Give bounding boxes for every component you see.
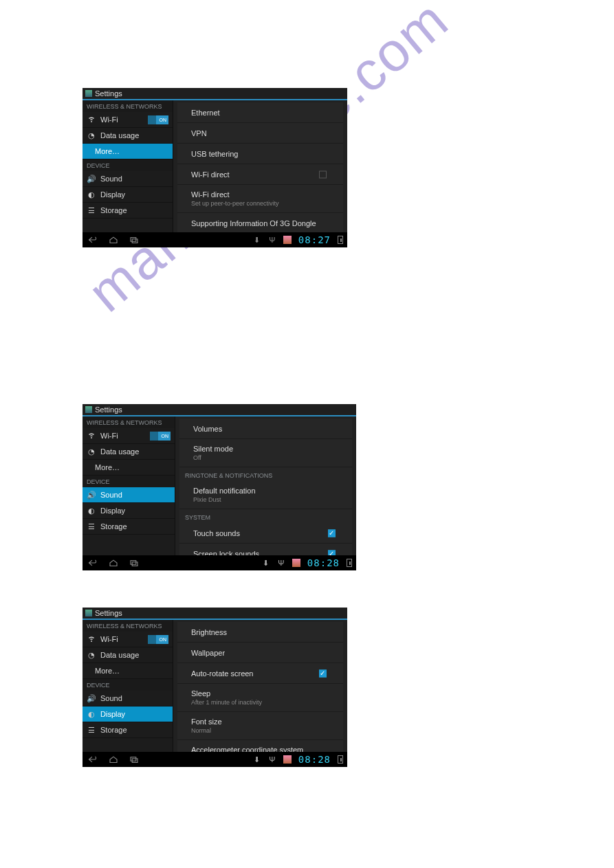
row-touch-sounds[interactable]: Touch sounds [179, 523, 352, 544]
notif-app-icon [283, 236, 292, 244]
home-button[interactable] [107, 235, 120, 245]
navbar: ⬇ Ψ 08:28 [83, 752, 347, 767]
row-wifi-direct[interactable]: Wi-Fi direct [177, 164, 343, 185]
sidebar-item-storage[interactable]: ☰ Storage [83, 203, 173, 219]
row-default-notification[interactable]: Default notification Pixie Dust [179, 481, 352, 509]
sidebar-item-display[interactable]: ◐ Display [83, 503, 175, 519]
status-tray[interactable]: ⬇ Ψ 08:27 [253, 234, 343, 245]
home-button[interactable] [107, 558, 120, 568]
sidebar-item-sound[interactable]: 🔊 Sound [83, 691, 173, 706]
sidebar-item-wifi[interactable]: Wi-Fi ON [83, 632, 173, 647]
row-font-size[interactable]: Font size Normal [177, 712, 343, 740]
sidebar-label: Wi-Fi [100, 635, 118, 643]
download-icon: ⬇ [262, 559, 270, 567]
wifi-toggle[interactable]: ON [148, 115, 168, 124]
row-auto-rotate[interactable]: Auto-rotate screen [177, 663, 343, 684]
sidebar-item-wifi[interactable]: Wi-Fi ON [83, 112, 173, 128]
status-tray[interactable]: ⬇ Ψ 08:28 [262, 557, 352, 568]
status-tray[interactable]: ⬇ Ψ 08:28 [253, 754, 343, 765]
titlebar: Settings [83, 88, 347, 100]
main-panel: Volumes Silent mode Off RINGTONE & NOTIF… [175, 416, 356, 555]
section-wireless: WIRELESS & NETWORKS [83, 620, 173, 632]
row-usb-tethering[interactable]: USB tethering [177, 144, 343, 164]
sidebar-item-storage[interactable]: ☰ Storage [83, 722, 173, 738]
sidebar-item-wifi[interactable]: Wi-Fi ON [83, 428, 175, 444]
sidebar-label: Wi-Fi [100, 432, 118, 440]
display-icon: ◐ [87, 710, 96, 719]
sidebar-item-data-usage[interactable]: ◔ Data usage [83, 444, 175, 460]
content: WIRELESS & NETWORKS Wi-Fi ON ◔ Data usag… [83, 620, 347, 752]
notif-app-icon [292, 559, 300, 567]
row-label: Screen lock sounds [193, 550, 338, 555]
row-sublabel: Pixie Dust [193, 496, 338, 503]
row-label: Ethernet [191, 109, 329, 117]
recent-button[interactable] [128, 235, 140, 245]
row-volumes[interactable]: Volumes [179, 419, 352, 439]
clock: 08:27 [298, 234, 331, 245]
row-ethernet[interactable]: Ethernet [177, 102, 343, 123]
wifi-toggle[interactable]: ON [150, 432, 171, 441]
sidebar-label: Data usage [100, 651, 139, 659]
section-device: DEVICE [83, 679, 173, 691]
sound-icon: 🔊 [87, 694, 96, 703]
data-usage-icon: ◔ [87, 447, 96, 456]
sidebar-item-more[interactable]: More… [83, 460, 175, 476]
row-sleep[interactable]: Sleep After 1 minute of inactivity [177, 684, 343, 712]
row-brightness[interactable]: Brightness [177, 622, 343, 643]
row-accelerometer[interactable]: Accelerometer coordinate system Accelero… [177, 740, 343, 752]
main-panel: Brightness Wallpaper Auto-rotate screen … [173, 620, 347, 752]
sidebar-item-data-usage[interactable]: ◔ Data usage [83, 647, 173, 663]
row-label: Sleep [191, 689, 329, 698]
row-sublabel: Normal [191, 727, 329, 734]
sidebar-item-storage[interactable]: ☰ Storage [83, 519, 175, 535]
sidebar-item-data-usage[interactable]: ◔ Data usage [83, 128, 173, 144]
back-button[interactable] [87, 558, 99, 568]
storage-icon: ☰ [87, 726, 96, 735]
back-button[interactable] [87, 755, 99, 764]
title: Settings [95, 89, 122, 98]
main-list: Brightness Wallpaper Auto-rotate screen … [177, 622, 343, 752]
screenshot-more: Settings WIRELESS & NETWORKS Wi-Fi ON ◔ … [83, 88, 347, 247]
row-wallpaper[interactable]: Wallpaper [177, 643, 343, 663]
checkbox[interactable] [319, 170, 327, 178]
sidebar-item-more[interactable]: More… [83, 663, 173, 679]
row-silent-mode[interactable]: Silent mode Off [179, 439, 352, 467]
row-sublabel: Set up peer-to-peer connectivity [191, 200, 329, 207]
recent-button[interactable] [128, 755, 140, 764]
sidebar-item-sound[interactable]: 🔊 Sound [83, 171, 173, 187]
wifi-icon [87, 634, 96, 644]
row-label: Brightness [191, 628, 329, 636]
checkbox[interactable] [328, 529, 336, 537]
sidebar-label: More… [95, 147, 120, 155]
sidebar-label: More… [95, 667, 120, 675]
row-label: Volumes [193, 425, 338, 433]
sidebar-item-display[interactable]: ◐ Display [83, 187, 173, 203]
wifi-icon [87, 431, 96, 441]
download-icon: ⬇ [253, 236, 261, 244]
row-label: Supporting Information Of 3G Dongle [191, 219, 329, 227]
wifi-icon [87, 115, 96, 124]
sidebar-item-sound[interactable]: 🔊 Sound [83, 487, 175, 503]
sidebar-item-display[interactable]: ◐ Display [83, 706, 173, 722]
back-button[interactable] [87, 235, 99, 245]
main-panel: Ethernet VPN USB tethering Wi-Fi direct … [173, 100, 347, 232]
section-ringtone: RINGTONE & NOTIFICATIONS [179, 467, 352, 481]
clock: 08:28 [307, 557, 340, 568]
row-label: Touch sounds [193, 529, 338, 537]
row-vpn[interactable]: VPN [177, 123, 343, 144]
checkbox[interactable] [328, 550, 336, 556]
row-wifi-direct-setup[interactable]: Wi-Fi direct Set up peer-to-peer connect… [177, 185, 343, 213]
notif-app-icon [283, 755, 292, 764]
recent-button[interactable] [128, 558, 140, 568]
home-button[interactable] [107, 755, 120, 764]
wifi-toggle[interactable]: ON [148, 635, 168, 644]
sidebar-item-more[interactable]: More… [83, 144, 173, 159]
battery-icon [347, 559, 352, 567]
display-icon: ◐ [87, 190, 96, 199]
row-3g-dongle[interactable]: Supporting Information Of 3G Dongle [177, 213, 343, 232]
clock: 08:28 [298, 754, 331, 765]
checkbox[interactable] [319, 669, 327, 677]
sidebar-label: Storage [100, 206, 127, 214]
row-label: Silent mode [193, 445, 338, 453]
row-screen-lock-sounds[interactable]: Screen lock sounds [179, 544, 352, 555]
